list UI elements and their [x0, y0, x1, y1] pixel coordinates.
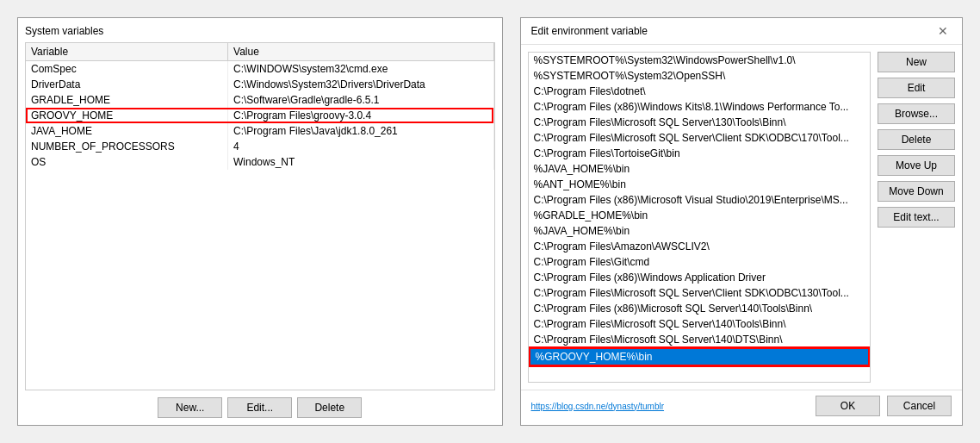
table-row[interactable]: DriverDataC:\Windows\System32\Drivers\Dr… — [26, 77, 493, 92]
new-variable-button[interactable]: New... — [158, 397, 222, 418]
close-button[interactable]: ✕ — [934, 25, 952, 37]
list-item[interactable]: C:\Program Files (x86)\Windows Applicati… — [529, 270, 871, 285]
edit-env-footer: https://blog.csdn.ne/dynasty/tumblr OK C… — [521, 390, 963, 425]
env-move-up-button[interactable]: Move Up — [878, 155, 955, 176]
table-row[interactable]: GROOVY_HOMEC:\Program Files\groovy-3.0.4 — [26, 108, 493, 123]
list-item[interactable]: C:\Program Files\Git\cmd — [529, 254, 871, 270]
list-item[interactable]: C:\Program Files\Amazon\AWSCLIV2\ — [529, 239, 871, 254]
variable-cell: GROOVY_HOME — [26, 108, 228, 123]
env-browse-button[interactable]: Browse... — [878, 103, 955, 124]
list-item[interactable]: C:\Program Files\TortoiseGit\bin — [529, 146, 871, 161]
value-cell: C:\Software\Gradle\gradle-6.5.1 — [228, 92, 493, 108]
value-cell: C:\Program Files\groovy-3.0.4 — [228, 108, 493, 123]
variable-cell: ComSpec — [26, 61, 228, 78]
list-item[interactable]: %SYSTEMROOT%\System32\OpenSSH\ — [529, 68, 871, 84]
variables-table-container: Variable Value ComSpecC:\WINDOWS\system3… — [25, 42, 495, 390]
value-cell: C:\Windows\System32\Drivers\DriverData — [228, 77, 493, 92]
watermark: https://blog.csdn.ne/dynasty/tumblr — [531, 402, 665, 411]
system-variables-panel: System variables Variable Value ComSpecC… — [17, 17, 503, 426]
list-item[interactable]: %JAVA_HOME%\bin — [529, 161, 871, 177]
variable-cell: GRADLE_HOME — [26, 92, 228, 108]
left-panel-title: System variables — [25, 25, 495, 37]
env-list: %SYSTEMROOT%\System32\WindowsPowerShell\… — [529, 53, 871, 366]
variable-cell: JAVA_HOME — [26, 123, 228, 139]
edit-env-content: %SYSTEMROOT%\System32\WindowsPowerShell\… — [521, 45, 963, 390]
list-item[interactable]: C:\Program Files (x86)\Microsoft SQL Ser… — [529, 301, 871, 316]
list-item[interactable]: %GROOVY_HOME%\bin — [529, 347, 871, 366]
env-side-buttons: New Edit Browse... Delete Move Up Move D… — [878, 52, 955, 383]
env-edit-text-button[interactable]: Edit text... — [878, 207, 955, 228]
env-move-down-button[interactable]: Move Down — [878, 181, 955, 202]
edit-env-titlebar: Edit environment variable ✕ — [521, 18, 963, 45]
list-item[interactable]: C:\Program Files\Microsoft SQL Server\14… — [529, 332, 871, 347]
env-list-container: %SYSTEMROOT%\System32\WindowsPowerShell\… — [528, 52, 871, 383]
list-item[interactable]: C:\Program Files (x86)\Windows Kits\8.1\… — [529, 99, 871, 115]
left-panel-buttons: New... Edit... Delete — [25, 397, 495, 418]
list-item[interactable]: C:\Program Files\Microsoft SQL Server\Cl… — [529, 285, 871, 301]
env-edit-button[interactable]: Edit — [878, 78, 955, 98]
variables-table: Variable Value ComSpecC:\WINDOWS\system3… — [26, 43, 494, 170]
variable-cell: NUMBER_OF_PROCESSORS — [26, 139, 228, 154]
value-cell: 4 — [228, 139, 493, 154]
env-delete-button[interactable]: Delete — [878, 129, 955, 150]
table-row[interactable]: NUMBER_OF_PROCESSORS4 — [26, 139, 493, 154]
table-row[interactable]: OSWindows_NT — [26, 154, 493, 170]
list-item[interactable]: %GRADLE_HOME%\bin — [529, 208, 871, 223]
edit-variable-button[interactable]: Edit... — [227, 397, 292, 418]
list-item[interactable]: %ANT_HOME%\bin — [529, 177, 871, 192]
list-item[interactable]: %JAVA_HOME%\bin — [529, 223, 871, 239]
col-header-value: Value — [228, 43, 493, 61]
edit-env-panel: Edit environment variable ✕ %SYSTEMROOT%… — [520, 17, 964, 426]
env-new-button[interactable]: New — [878, 52, 955, 72]
ok-button[interactable]: OK — [816, 396, 880, 416]
list-item[interactable]: C:\Program Files\Microsoft SQL Server\14… — [529, 316, 871, 332]
list-item[interactable]: C:\Program Files (x86)\Microsoft Visual … — [529, 192, 871, 208]
col-header-variable: Variable — [26, 43, 228, 61]
variable-cell: DriverData — [26, 77, 228, 92]
cancel-button[interactable]: Cancel — [887, 396, 952, 416]
edit-env-title: Edit environment variable — [531, 25, 648, 37]
list-item[interactable]: C:\Program Files\Microsoft SQL Server\13… — [529, 115, 871, 130]
table-row[interactable]: ComSpecC:\WINDOWS\system32\cmd.exe — [26, 61, 493, 78]
table-row[interactable]: GRADLE_HOMEC:\Software\Gradle\gradle-6.5… — [26, 92, 493, 108]
value-cell: Windows_NT — [228, 154, 493, 170]
table-row[interactable]: JAVA_HOMEC:\Program Files\Java\jdk1.8.0_… — [26, 123, 493, 139]
list-item[interactable]: C:\Program Files\dotnet\ — [529, 84, 871, 99]
list-item[interactable]: %SYSTEMROOT%\System32\WindowsPowerShell\… — [529, 53, 871, 68]
delete-variable-button[interactable]: Delete — [297, 397, 362, 418]
variable-cell: OS — [26, 154, 228, 170]
value-cell: C:\Program Files\Java\jdk1.8.0_261 — [228, 123, 493, 139]
list-item[interactable]: C:\Program Files\Microsoft SQL Server\Cl… — [529, 130, 871, 146]
value-cell: C:\WINDOWS\system32\cmd.exe — [228, 61, 493, 78]
